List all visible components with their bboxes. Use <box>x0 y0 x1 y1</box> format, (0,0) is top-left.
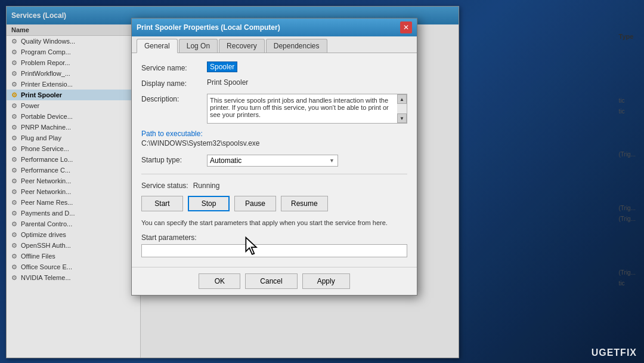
watermark: UGETFIX <box>592 347 637 358</box>
service-status-row: Service status: Running <box>141 182 407 190</box>
start-params-input[interactable] <box>141 244 407 257</box>
display-name-value: Print Spooler <box>207 78 407 87</box>
service-name-input[interactable]: Spooler <box>207 61 237 72</box>
dialog-titlebar: Print Spooler Properties (Local Computer… <box>132 19 417 36</box>
scroll-down-arrow[interactable]: ▼ <box>397 113 407 123</box>
pause-button[interactable]: Pause <box>234 196 276 211</box>
print-spooler-dialog: Print Spooler Properties (Local Computer… <box>131 18 417 296</box>
path-section: Path to executable: C:\WINDOWS\System32\… <box>141 130 407 147</box>
tab-logon[interactable]: Log On <box>179 39 218 53</box>
startup-row: Startup type: Automatic Manual Disabled <box>141 155 407 167</box>
display-name-label: Display name: <box>141 78 207 88</box>
start-button[interactable]: Start <box>141 196 183 211</box>
ok-button[interactable]: OK <box>199 273 240 289</box>
description-label: Description: <box>141 94 207 103</box>
dialog-close-button[interactable]: ✕ <box>400 21 412 33</box>
service-status-value: Running <box>193 182 220 190</box>
cancel-button[interactable]: Cancel <box>245 273 297 289</box>
tab-general[interactable]: General <box>137 39 178 53</box>
tab-recovery[interactable]: Recovery <box>219 39 265 53</box>
dialog-body: Service name: Spooler Display name: Prin… <box>132 53 417 267</box>
service-control-buttons: Start Stop Pause Resume <box>141 196 407 211</box>
description-box: This service spools print jobs and handl… <box>207 94 407 124</box>
stop-button[interactable]: Stop <box>188 196 230 211</box>
dialog-tabs: General Log On Recovery Dependencies <box>132 36 417 53</box>
resume-button[interactable]: Resume <box>281 196 328 211</box>
description-scrollbar[interactable]: ▲ ▼ <box>397 94 407 123</box>
startup-label: Startup type: <box>141 155 207 164</box>
service-name-row: Service name: Spooler <box>141 63 407 72</box>
start-params-label: Start parameters: <box>141 233 407 242</box>
startup-select-container: Automatic Manual Disabled <box>207 155 338 167</box>
service-name-label: Service name: <box>141 63 207 72</box>
path-label: Path to executable: <box>141 130 407 138</box>
service-name-value: Spooler <box>207 63 407 71</box>
tab-dependencies[interactable]: Dependencies <box>266 39 327 53</box>
scroll-up-arrow[interactable]: ▲ <box>397 94 407 104</box>
dialog-title: Print Spooler Properties (Local Computer… <box>137 23 280 32</box>
startup-value-wrapper: Automatic Manual Disabled <box>207 155 407 167</box>
dialog-footer: OK Cancel Apply <box>132 267 417 295</box>
service-status-label: Service status: <box>141 182 188 190</box>
apply-button[interactable]: Apply <box>302 273 350 289</box>
description-row: Description: This service spools print j… <box>141 94 407 124</box>
display-name-row: Display name: Print Spooler <box>141 78 407 88</box>
path-value: C:\WINDOWS\System32\spoolsv.exe <box>141 139 407 147</box>
divider-1 <box>141 174 407 174</box>
hint-text: You can specify the start parameters tha… <box>141 219 407 227</box>
startup-type-select[interactable]: Automatic Manual Disabled <box>207 155 338 167</box>
description-text: This service spools print jobs and handl… <box>210 97 404 118</box>
